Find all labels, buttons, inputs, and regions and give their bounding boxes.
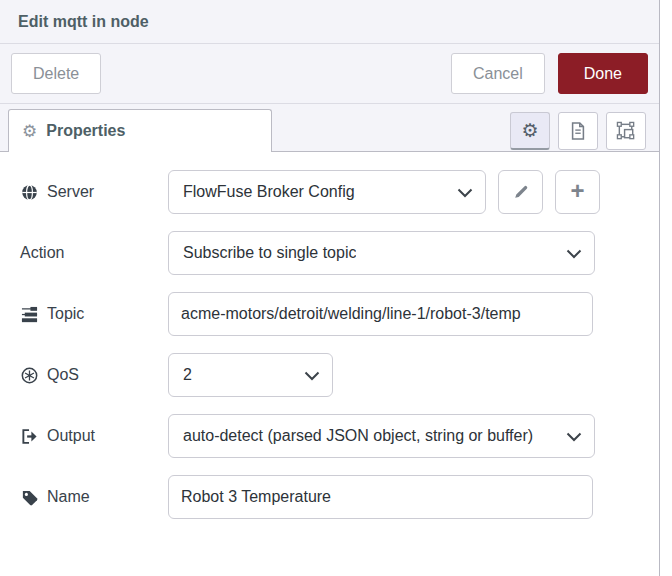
description-icon <box>569 121 587 141</box>
action-select-value: Subscribe to single topic <box>183 244 356 262</box>
server-select-value: FlowFuse Broker Config <box>183 183 355 201</box>
output-label: Output <box>20 427 168 445</box>
gear-icon: ⚙ <box>521 121 538 140</box>
cancel-button[interactable]: Cancel <box>451 53 545 94</box>
chevron-down-icon <box>457 188 473 198</box>
server-select[interactable]: FlowFuse Broker Config <box>168 170 486 214</box>
name-label: Name <box>20 488 168 506</box>
dialog-header: Edit mqtt in node <box>0 0 659 44</box>
name-input[interactable] <box>168 475 593 519</box>
chevron-down-icon <box>566 432 582 442</box>
qos-select-value: 2 <box>183 366 192 384</box>
chevron-down-icon <box>566 249 582 259</box>
properties-form: Server FlowFuse Broker Config + Action <box>0 152 659 519</box>
name-row: Name <box>20 475 659 519</box>
appearance-group-icon <box>616 121 637 142</box>
output-select[interactable]: auto-detect (parsed JSON object, string … <box>168 414 595 458</box>
server-label: Server <box>20 183 168 201</box>
tab-properties[interactable]: ⚙ Properties <box>8 109 272 152</box>
qos-circle-asterisk-icon <box>20 367 38 384</box>
description-tab-button[interactable] <box>558 112 598 150</box>
action-select[interactable]: Subscribe to single topic <box>168 231 595 275</box>
qos-select[interactable]: 2 <box>168 353 333 397</box>
qos-row: QoS 2 <box>20 353 659 397</box>
tab-bar: ⚙ Properties ⚙ <box>0 104 659 152</box>
action-row: Action Subscribe to single topic <box>20 231 659 275</box>
qos-label: QoS <box>20 366 168 384</box>
appearance-tab-button[interactable] <box>606 112 646 150</box>
topic-label: Topic <box>20 305 168 323</box>
server-row: Server FlowFuse Broker Config + <box>20 170 659 214</box>
done-button[interactable]: Done <box>558 53 648 94</box>
edit-server-button[interactable] <box>498 170 543 214</box>
dialog-toolbar: Delete Cancel Done <box>0 44 659 104</box>
topic-input[interactable] <box>168 292 593 336</box>
tasks-icon <box>20 306 38 323</box>
properties-tab-button[interactable]: ⚙ <box>510 112 550 150</box>
properties-gear-icon: ⚙ <box>22 123 37 140</box>
output-select-value: auto-detect (parsed JSON object, string … <box>183 427 533 445</box>
tag-icon <box>20 489 38 506</box>
delete-button[interactable]: Delete <box>11 53 101 94</box>
edit-mqtt-node-dialog: Edit mqtt in node Delete Cancel Done ⚙ P… <box>0 0 660 576</box>
tab-icon-buttons: ⚙ <box>510 112 646 150</box>
output-row: Output auto-detect (parsed JSON object, … <box>20 414 659 458</box>
chevron-down-icon <box>304 371 320 381</box>
action-label: Action <box>20 244 168 262</box>
add-server-button[interactable]: + <box>555 170 600 214</box>
topic-row: Topic <box>20 292 659 336</box>
pencil-icon <box>513 184 529 200</box>
globe-icon <box>20 184 38 201</box>
tab-properties-label: Properties <box>46 122 125 140</box>
plus-icon: + <box>570 179 584 203</box>
sign-out-icon <box>20 428 38 445</box>
dialog-title: Edit mqtt in node <box>18 13 149 31</box>
